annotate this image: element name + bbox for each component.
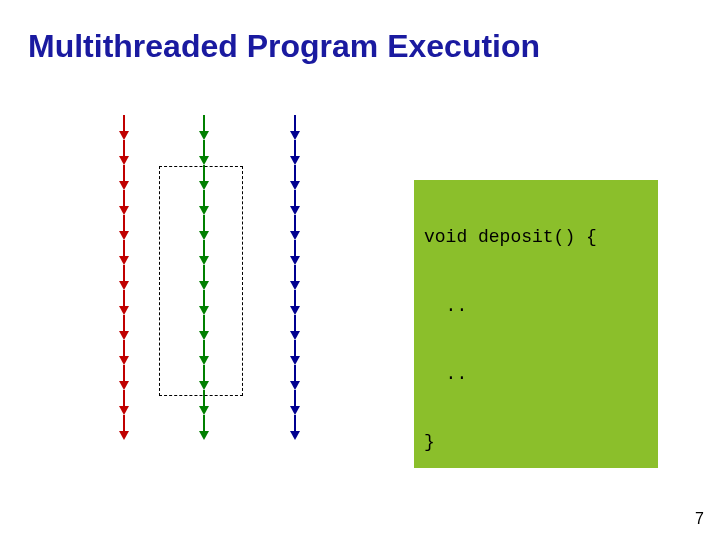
slide-title: Multithreaded Program Execution <box>28 28 540 65</box>
down-arrow-icon <box>119 190 129 215</box>
critical-section-box <box>159 166 243 396</box>
code-line: void deposit() { <box>424 227 597 247</box>
code-line: .. <box>424 296 467 316</box>
thread-column-red <box>119 115 129 440</box>
down-arrow-icon <box>119 315 129 340</box>
down-arrow-icon <box>119 215 129 240</box>
down-arrow-icon <box>119 415 129 440</box>
down-arrow-icon <box>199 415 209 440</box>
thread-column-blue <box>290 115 300 440</box>
code-line: .. <box>424 364 467 384</box>
down-arrow-icon <box>119 365 129 390</box>
down-arrow-icon <box>119 140 129 165</box>
down-arrow-icon <box>290 115 300 140</box>
down-arrow-icon <box>119 240 129 265</box>
page-number: 7 <box>695 510 704 528</box>
down-arrow-icon <box>199 140 209 165</box>
down-arrow-icon <box>290 215 300 240</box>
down-arrow-icon <box>290 340 300 365</box>
down-arrow-icon <box>290 190 300 215</box>
down-arrow-icon <box>119 265 129 290</box>
down-arrow-icon <box>290 140 300 165</box>
down-arrow-icon <box>199 115 209 140</box>
down-arrow-icon <box>119 340 129 365</box>
code-line: } <box>424 432 435 452</box>
down-arrow-icon <box>290 240 300 265</box>
down-arrow-icon <box>290 315 300 340</box>
down-arrow-icon <box>119 165 129 190</box>
code-snippet-box: void deposit() { .. .. } <box>414 180 658 468</box>
down-arrow-icon <box>290 415 300 440</box>
down-arrow-icon <box>290 265 300 290</box>
down-arrow-icon <box>119 115 129 140</box>
down-arrow-icon <box>290 365 300 390</box>
down-arrow-icon <box>290 290 300 315</box>
down-arrow-icon <box>290 165 300 190</box>
down-arrow-icon <box>119 290 129 315</box>
down-arrow-icon <box>119 390 129 415</box>
down-arrow-icon <box>290 390 300 415</box>
